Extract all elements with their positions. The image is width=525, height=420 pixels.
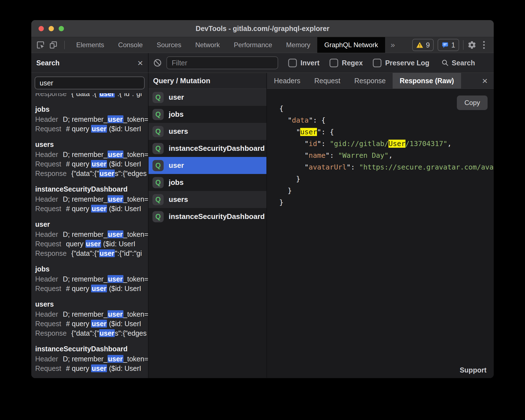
search-result-value: D; remember_user_token=e bbox=[63, 310, 148, 318]
search-results: Response{"data":{"user":{"id":"gijobsHea… bbox=[31, 93, 148, 378]
checkbox-label: Regex bbox=[342, 59, 363, 67]
search-result-heading: users bbox=[35, 139, 148, 150]
devtools-tab-network[interactable]: Network bbox=[188, 37, 227, 53]
response-json: { "data": { "user": { "id": "gid://gitla… bbox=[279, 103, 494, 208]
search-result-line[interactable]: HeaderD; remember_user_token=e bbox=[35, 354, 148, 364]
settings-gear-icon[interactable] bbox=[467, 40, 476, 49]
query-name: jobs bbox=[169, 178, 183, 187]
search-match-highlight: user bbox=[99, 93, 115, 97]
search-input[interactable] bbox=[35, 77, 145, 89]
search-match-highlight: user bbox=[99, 329, 115, 337]
query-list-item[interactable]: QinstanceSecurityDashboard bbox=[149, 140, 266, 157]
chat-bubble-icon bbox=[442, 41, 449, 49]
messages-badge[interactable]: 1 bbox=[438, 39, 459, 51]
search-result-value: {"data":{"users":{"edges bbox=[71, 329, 147, 337]
search-result-line[interactable]: Request# query user ($id: UserI bbox=[35, 364, 148, 373]
search-match-highlight: user bbox=[108, 275, 123, 283]
detail-tab-headers[interactable]: Headers bbox=[267, 73, 307, 89]
inspect-element-icon[interactable] bbox=[36, 41, 45, 49]
json-search-highlight: user bbox=[300, 128, 317, 136]
device-toolbar-icon[interactable] bbox=[49, 41, 58, 49]
search-match-highlight: user bbox=[108, 115, 123, 123]
support-link[interactable]: Support bbox=[460, 366, 486, 374]
warnings-badge[interactable]: 9 bbox=[412, 39, 434, 51]
search-result-line[interactable]: Request# query user ($id: UserI bbox=[35, 319, 148, 328]
main-content: Response{"data":{"user":{"id":"gijobsHea… bbox=[31, 73, 494, 378]
toolbar-divider bbox=[64, 41, 65, 49]
json-line: } bbox=[279, 197, 494, 208]
query-name: user bbox=[169, 161, 184, 170]
search-close-icon[interactable]: × bbox=[137, 58, 143, 68]
copy-button[interactable]: Copy bbox=[457, 96, 488, 110]
search-panel-title: Search bbox=[36, 59, 59, 67]
more-options-kebab-icon[interactable] bbox=[480, 40, 488, 50]
search-result-line[interactable]: HeaderD; remember_user_token=e bbox=[35, 309, 148, 319]
search-result-line[interactable]: Requestquery user ($id: UserI bbox=[35, 239, 148, 249]
search-result-value: # query user ($id: UserI bbox=[66, 205, 141, 213]
search-result-kind: Header bbox=[35, 230, 58, 238]
query-list-item[interactable]: Qjobs bbox=[149, 174, 266, 191]
search-result-line[interactable]: Request# query user ($id: UserI bbox=[35, 284, 148, 293]
detail-tab-request[interactable]: Request bbox=[307, 73, 347, 89]
search-result-line[interactable]: HeaderD; remember_user_token=e bbox=[35, 230, 148, 239]
query-list-item[interactable]: Qusers bbox=[149, 191, 266, 208]
query-list-item[interactable]: QinstanceSecurityDashboard bbox=[149, 208, 266, 225]
checkbox-box-invert bbox=[288, 59, 297, 67]
warning-triangle-icon bbox=[416, 42, 423, 48]
zoom-window-button[interactable] bbox=[59, 26, 64, 31]
checkbox-regex[interactable]: Regex bbox=[330, 59, 363, 67]
network-search-label: Search bbox=[452, 59, 475, 67]
clear-block-icon[interactable] bbox=[153, 58, 162, 67]
search-match-highlight: user bbox=[91, 205, 107, 213]
search-result-line[interactable]: Response{"data":{"user":{"id":"gi bbox=[35, 93, 148, 98]
search-result-line[interactable]: HeaderD; remember_user_token=e bbox=[35, 150, 148, 159]
search-result-line[interactable]: Request# query user ($id: UserI bbox=[35, 204, 148, 213]
search-result-line[interactable]: HeaderD; remember_user_token=e bbox=[35, 114, 148, 124]
controls-divider bbox=[463, 40, 464, 50]
checkbox-preserve-log[interactable]: Preserve Log bbox=[373, 59, 429, 67]
search-result-line[interactable]: Request# query user ($id: UserI bbox=[35, 159, 148, 169]
network-search-control[interactable]: Search bbox=[441, 59, 475, 67]
devtools-tab-memory[interactable]: Memory bbox=[279, 37, 318, 53]
search-match-highlight: user bbox=[108, 310, 123, 318]
search-result-value: D; remember_user_token=e bbox=[63, 230, 148, 238]
search-result-value: # query user ($id: UserI bbox=[66, 125, 141, 133]
tabbar-right-controls: 9 1 bbox=[412, 37, 494, 53]
search-magnifier-icon bbox=[441, 59, 449, 67]
devtools-window: DevTools - gitlab.com/-/graphql-explorer… bbox=[31, 20, 494, 378]
query-list-item[interactable]: Quser bbox=[149, 157, 266, 174]
search-match-highlight: user bbox=[85, 240, 101, 248]
query-name: users bbox=[169, 127, 188, 136]
devtools-tab-graphql-network[interactable]: GraphQL Network bbox=[317, 37, 385, 53]
close-window-button[interactable] bbox=[39, 26, 44, 31]
more-tabs-chevron-icon[interactable]: » bbox=[385, 37, 401, 53]
search-result-line[interactable]: Response{"data":{"users":{"edges bbox=[35, 328, 148, 338]
search-result-line[interactable]: HeaderD; remember_user_token=e bbox=[35, 194, 148, 204]
detail-tab-response[interactable]: Response bbox=[347, 73, 393, 89]
search-result-line[interactable]: Response{"data":{"users":{"edges bbox=[35, 169, 148, 178]
query-list-item[interactable]: Qusers bbox=[149, 123, 266, 140]
search-result-value: D; remember_user_token=e bbox=[63, 115, 148, 123]
devtools-tab-performance[interactable]: Performance bbox=[227, 37, 279, 53]
devtools-tab-sources[interactable]: Sources bbox=[150, 37, 188, 53]
query-list-item[interactable]: Qjobs bbox=[149, 106, 266, 123]
search-result-value: # query user ($id: UserI bbox=[66, 285, 141, 292]
search-result-value: {"data":{"user":{"id":"gi bbox=[71, 249, 142, 257]
detail-tab-response-raw[interactable]: Response (Raw) bbox=[393, 73, 461, 89]
devtools-toolbar-icons bbox=[31, 37, 69, 53]
devtools-tab-console[interactable]: Console bbox=[111, 37, 150, 53]
query-list-item[interactable]: Quser bbox=[149, 89, 266, 106]
minimize-window-button[interactable] bbox=[49, 26, 54, 31]
detail-close-icon[interactable]: × bbox=[482, 76, 488, 85]
filter-input[interactable] bbox=[166, 56, 278, 69]
query-type-icon: Q bbox=[152, 160, 164, 171]
devtools-tab-elements[interactable]: Elements bbox=[69, 37, 111, 53]
search-result-line[interactable]: Response{"data":{"user":{"id":"gi bbox=[35, 249, 148, 258]
search-result-line[interactable]: Request# query user ($id: UserI bbox=[35, 124, 148, 133]
json-line: } bbox=[279, 173, 494, 185]
search-match-highlight: user bbox=[108, 151, 123, 158]
search-result-line[interactable]: HeaderD; remember_user_token=e bbox=[35, 274, 148, 284]
query-name: users bbox=[169, 195, 188, 204]
checkbox-invert[interactable]: Invert bbox=[288, 59, 319, 67]
search-result-kind: Request bbox=[35, 125, 61, 133]
